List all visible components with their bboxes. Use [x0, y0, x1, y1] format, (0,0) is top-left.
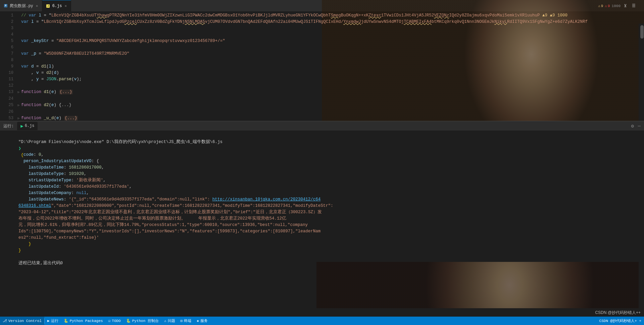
python-console-item[interactable]: 🐍 Python 控制台	[123, 317, 161, 325]
python-icon: P	[4, 4, 7, 7]
csdn-watermark-text: CSDN @抄代码秒错人++	[595, 310, 641, 315]
todo-label: TODO	[112, 319, 120, 323]
zoom-value: 1000	[612, 4, 621, 8]
services-icon: ◈	[197, 319, 199, 323]
process-exit-text: 进程已结束,退出代码0	[18, 261, 63, 266]
todo-icon: ☑	[108, 319, 111, 323]
code-line-25: 25 ▷ function d2(e) {...}	[3, 102, 644, 109]
terminal-run-command: "D:\Program Files\nodejs\node.exe" D:\我存…	[3, 133, 635, 139]
maximize-icon[interactable]: ⊻	[622, 2, 629, 9]
run-label: 运行:	[3, 123, 14, 129]
editor-area: P 爬虫数据.py ✕ J 6.js ✕ ⚠ 9 ⚠ 9 1000 ⊻ ☰	[0, 0, 644, 121]
code-line-7: 7 var _p = "W5D80NFZHAYB8EUI2T649RT2MNRM…	[3, 51, 644, 57]
python-packages-icon: 🐍	[64, 319, 68, 323]
warning-badge: ⚠ 9	[598, 4, 603, 8]
error-badge: ⚠ 9	[605, 4, 610, 8]
terminal-tab-label: 6.js	[25, 124, 35, 128]
js-icon: J	[46, 4, 50, 8]
tab-python[interactable]: P 爬虫数据.py ✕	[0, 0, 42, 12]
python-console-label: Python 控制台	[132, 318, 159, 323]
error-icon: ⚠	[605, 4, 607, 8]
terminal-empty-line	[3, 247, 635, 254]
js-tab-close[interactable]: ✕	[64, 4, 67, 8]
code-line-1: 1 // var l = "LBcnV1QrZGB4bXsuUTYhawgPTR…	[3, 12, 644, 19]
tab-js[interactable]: J 6.js ✕	[42, 0, 71, 12]
menu-icon[interactable]: ☰	[630, 2, 637, 9]
terminal-field-str-last-update-type: strLastUpdateType: '新收录新闻',	[3, 171, 635, 177]
csdn-right-text: CSDN @抄代码秒错人+ +	[599, 318, 641, 323]
terminal-content: "D:\Program Files\nodejs\node.exe" D:\我存…	[0, 131, 639, 262]
terminal-field-last-update-news: lastUpdateNews: '{"_id":"6436561e9d4d933…	[3, 190, 635, 196]
code-line-13: 13 ▷ function d1(e) {...}	[3, 89, 644, 96]
terminal-girl-background	[316, 262, 639, 308]
status-right: CSDN @抄代码秒错人+ +	[597, 318, 644, 323]
warning-count: 9	[601, 4, 603, 8]
terminal-tab-js[interactable]: ▶ 6.js	[17, 122, 38, 130]
code-line-3: 3	[3, 25, 644, 32]
python-tab-label: 爬虫数据.py	[10, 3, 33, 9]
version-control-item[interactable]: ⎇ Version Control	[0, 317, 44, 325]
error-count: 9	[608, 4, 610, 8]
python-packages-label: Python Packages	[70, 319, 103, 323]
terminal-area: "D:\Program Files\nodejs\node.exe" D:\我存…	[0, 131, 639, 317]
code-line-10: 10 , v = d2(d)	[3, 70, 644, 76]
terminal-header: 运行: ▶ 6.js ⚙ —	[0, 121, 644, 131]
zoom-level: 1000	[612, 4, 621, 8]
code-line-11: 11 , y = JSON.parse(v);	[3, 76, 644, 83]
issues-icon: ⚠	[164, 319, 166, 323]
run-status-label: 运行	[51, 318, 58, 323]
code-area: 1 // var l = "LBcnV1QrZGB4bXsuUTYhawgPTR…	[0, 12, 644, 121]
terminal-exit-text: 进程已结束,退出代码0	[3, 254, 635, 260]
run-status-icon: ▶	[47, 319, 50, 323]
python-console-icon: 🐍	[126, 319, 131, 323]
code-line-8: 8	[3, 57, 644, 63]
terminal-label: 终端	[184, 318, 191, 323]
terminal-field-code: code: 0,	[3, 145, 635, 152]
csdn-watermark: CSDN @抄代码秒错人++	[595, 310, 641, 316]
run-icon: ▶	[20, 123, 23, 129]
code-line-26: 26	[3, 109, 644, 115]
services-item[interactable]: ◈ 服务	[194, 317, 210, 325]
status-bar: ⎇ Version Control ▶ 运行 🐍 Python Packages…	[0, 317, 644, 325]
run-arrow-icon: ❯	[18, 146, 21, 151]
terminal-close-brace-2: }	[3, 241, 635, 247]
code-line-4: 4	[3, 32, 644, 38]
js-tab-label: 6.js	[52, 4, 62, 8]
code-line-53: 53 ▷ function _u_d(e) {...}	[3, 115, 644, 121]
warning-icon: ⚠	[598, 4, 600, 8]
issues-item[interactable]: ⚠ 问题	[161, 317, 178, 325]
git-branch-icon: ⎇	[3, 319, 7, 323]
code-line-6: 6	[3, 44, 644, 51]
code-content[interactable]: 1 // var l = "LBcnV1QrZGB4bXsuUTYhawgPTR…	[0, 12, 644, 121]
code-line-5: 5 var _keyStr = "ABCDEFGHIJKLMNOPQRSTUVW…	[3, 38, 644, 44]
terminal-item[interactable]: ⊡ 终端	[178, 317, 194, 325]
code-line-2: 2 var l = "LBcnV1QrZGB4bXsyXTcmJlwLflpdJ…	[3, 19, 644, 25]
editor-vscrollbar[interactable]	[639, 24, 644, 121]
services-label: 服务	[200, 318, 208, 323]
csdn-status-right: CSDN @抄代码秒错人+ +	[597, 318, 644, 323]
python-packages-item[interactable]: 🐍 Python Packages	[61, 317, 106, 325]
editor-vscrollbar-thumb[interactable]	[640, 25, 644, 39]
run-command-text: "D:\Program Files\nodejs\node.exe" D:\我存…	[18, 140, 222, 144]
code-line-9: 9 var d = d1(l)	[3, 63, 644, 70]
warning-bar: ⚠ 9 ⚠ 9 1000 ⊻ ☰	[598, 0, 637, 12]
issues-label: 问题	[168, 318, 175, 323]
python-tab-close[interactable]: ✕	[36, 4, 38, 8]
version-control-label: Version Control	[8, 319, 42, 323]
code-line-24: 24	[3, 96, 644, 102]
terminal-icon: ⊡	[181, 319, 183, 323]
code-line-12: 12	[3, 83, 644, 89]
terminal-close-button[interactable]: —	[638, 123, 641, 129]
run-status-item[interactable]: ▶ 运行	[45, 317, 61, 325]
terminal-gear-icon[interactable]: ⚙	[631, 123, 634, 129]
terminal-field-person: person_IndustryLastUpdateVO: {	[3, 152, 635, 158]
todo-item[interactable]: ☑ TODO	[106, 317, 123, 325]
